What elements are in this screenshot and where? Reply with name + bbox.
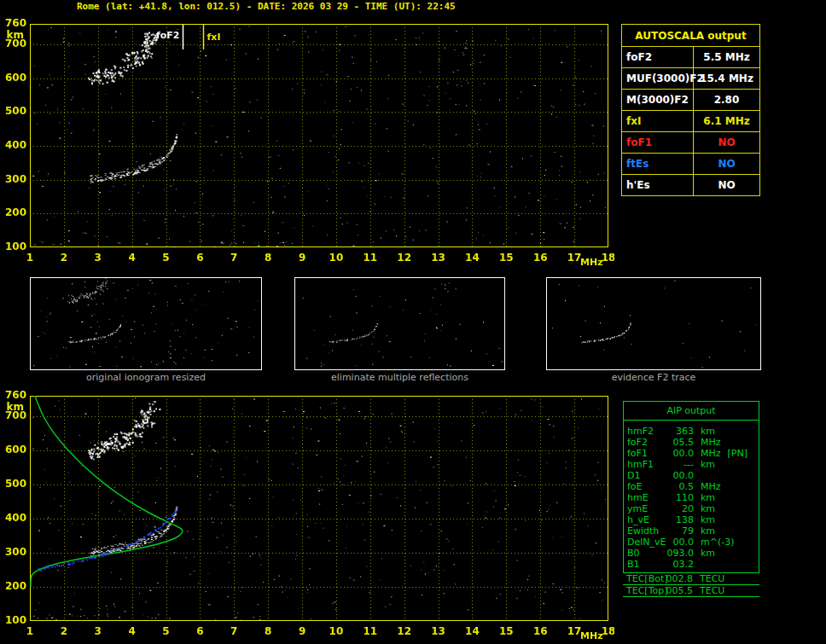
thumbnail-multiple-reflections-canvas (295, 278, 504, 369)
aip-tec-unit: TECU (700, 585, 724, 596)
autoscala-table-header: AUTOSCALA output (622, 25, 759, 46)
aip-param-unit: m^(-3) (701, 537, 734, 548)
aip-tec-row-TEC[Bot]: TEC[Bot]002.8TECU (623, 573, 759, 585)
aip-row-foF1: foF100.0MHz[PN] (624, 448, 759, 459)
aip-tec-value: 002.8 (666, 573, 693, 584)
aip-param-name: Ewidth (624, 525, 666, 537)
aip-row-foF2: foF205.5MHz (624, 437, 759, 448)
aip-param-value: 093.0 (666, 548, 694, 559)
aip-param-name: foF2 (624, 437, 666, 448)
aip-param-unit: MHz (701, 448, 721, 459)
aip-param-name: hmF1 (624, 459, 666, 470)
aip-param-name: ymE (624, 503, 666, 514)
aip-row-foE: foE0.5MHz (624, 481, 759, 492)
autoscala-row-M(3000)F2: M(3000)F22.80 (622, 89, 759, 110)
main-ionogram-canvas (0, 12, 614, 268)
aip-tec-rows: TEC[Bot]002.8TECUTEC[Top]005.5TECU (623, 573, 759, 597)
aip-param-unit: km (701, 548, 715, 559)
autoscala-param-name: M(3000)F2 (622, 90, 694, 110)
aip-param-unit: km (701, 503, 715, 514)
aip-row-B1: B103.2 (624, 559, 759, 570)
aip-param-name: hmE (624, 492, 666, 503)
autoscala-param-value: 6.1 MHz (694, 111, 759, 131)
aip-param-name: hmF2 (624, 426, 666, 437)
aip-output-table: AIP output hmF2363kmfoF205.5MHzfoF100.0M… (623, 401, 759, 597)
thumbnail-caption-f2-trace: evidence F2 trace (546, 372, 761, 383)
aip-param-unit: km (701, 492, 715, 503)
thumbnail-multiple-reflections (294, 277, 505, 370)
aip-param-unit: MHz (701, 481, 721, 492)
thumbnail-original-ionogram (30, 277, 262, 370)
aip-row-h_vE: h_vE138km (624, 514, 759, 525)
thumbnail-caption-original: original ionogram resized (30, 372, 262, 383)
autoscala-row-fxI: fxI6.1 MHz (622, 110, 759, 131)
aip-param-value: --- (666, 459, 694, 470)
aip-param-value: 110 (666, 492, 694, 503)
aip-param-flag: [PN] (728, 448, 747, 459)
aip-param-name: B1 (624, 559, 666, 570)
autoscala-param-name: ftEs (622, 154, 694, 174)
aip-param-name: B0 (624, 548, 666, 559)
autoscala-param-name: fxI (622, 111, 694, 131)
aip-param-name: h_vE (624, 514, 666, 525)
aip-param-value: 03.2 (666, 559, 694, 570)
aip-tec-name: TEC[Top] (623, 585, 666, 596)
aip-param-value: 138 (666, 514, 694, 525)
aip-param-unit: km (701, 525, 715, 537)
page-title: Rome (lat: +41.8, lon: 012.5) - DATE: 20… (77, 1, 456, 12)
thumbnail-f2-trace (546, 277, 761, 370)
aip-tec-value: 005.5 (666, 585, 693, 596)
autoscala-param-value: NO (694, 154, 759, 174)
autoscala-row-ftEs: ftEsNO (622, 153, 759, 174)
aip-table-header: AIP output (624, 402, 759, 421)
aip-param-value: 0.5 (666, 481, 694, 492)
aip-param-value: 20 (666, 503, 694, 514)
autoscala-param-name: MUF(3000)F2 (622, 68, 694, 89)
aip-param-value: 00.0 (666, 537, 694, 548)
aip-param-unit: km (701, 459, 715, 470)
aip-row-Ewidth: Ewidth79km (624, 525, 759, 537)
autoscala-param-value: NO (694, 175, 759, 195)
aip-tec-row-TEC[Top]: TEC[Top]005.5TECU (623, 585, 759, 597)
aip-row-D1: D100.0 (624, 470, 759, 481)
profile-ionogram-canvas (0, 386, 614, 641)
thumbnail-caption-multiple-reflections: eliminate multiple reflections (294, 372, 505, 383)
aip-row-ymE: ymE20km (624, 503, 759, 514)
autoscala-row-MUF(3000)F2: MUF(3000)F215.4 MHz (622, 67, 759, 89)
autoscala-table-rows: foF25.5 MHzMUF(3000)F215.4 MHzM(3000)F22… (622, 46, 759, 195)
aip-row-hmF1: hmF1---km (624, 459, 759, 470)
aip-row-DelN_vE: DelN_vE00.0m^(-3) (624, 537, 759, 548)
autoscala-param-value: 5.5 MHz (694, 47, 759, 67)
thumbnail-original-canvas (31, 278, 261, 369)
autoscala-screen: Rome (lat: +41.8, lon: 012.5) - DATE: 20… (0, 0, 826, 644)
aip-box: AIP output hmF2363kmfoF205.5MHzfoF100.0M… (623, 401, 759, 573)
aip-param-value: 363 (666, 426, 694, 437)
thumbnail-f2-trace-canvas (547, 278, 760, 369)
autoscala-output-table: AUTOSCALA output foF25.5 MHzMUF(3000)F21… (621, 24, 760, 196)
aip-param-value: 00.0 (666, 448, 694, 459)
autoscala-row-foF1: foF1NO (622, 131, 759, 153)
autoscala-param-value: NO (694, 132, 759, 153)
aip-tec-unit: TECU (700, 573, 724, 584)
aip-tec-name: TEC[Bot] (623, 573, 666, 584)
aip-param-name: foE (624, 481, 666, 492)
autoscala-param-name: foF2 (622, 47, 694, 67)
aip-param-unit: km (701, 426, 715, 437)
aip-param-name: foF1 (624, 448, 666, 459)
autoscala-row-h'Es: h'EsNO (622, 174, 759, 195)
autoscala-param-value: 2.80 (694, 90, 759, 110)
autoscala-param-value: 15.4 MHz (694, 68, 759, 89)
autoscala-row-foF2: foF25.5 MHz (622, 46, 759, 67)
aip-row-hmE: hmE110km (624, 492, 759, 503)
aip-table-rows: hmF2363kmfoF205.5MHzfoF100.0MHz[PN]hmF1-… (624, 421, 759, 572)
autoscala-param-name: foF1 (622, 132, 694, 153)
aip-param-value: 05.5 (666, 437, 694, 448)
aip-param-unit: km (701, 514, 715, 525)
autoscala-param-name: h'Es (622, 175, 694, 195)
aip-param-unit: MHz (701, 437, 721, 448)
aip-row-B0: B0093.0km (624, 548, 759, 559)
aip-param-name: DelN_vE (624, 537, 666, 548)
aip-param-value: 79 (666, 525, 694, 537)
aip-row-hmF2: hmF2363km (624, 426, 759, 437)
aip-param-value: 00.0 (666, 470, 694, 481)
